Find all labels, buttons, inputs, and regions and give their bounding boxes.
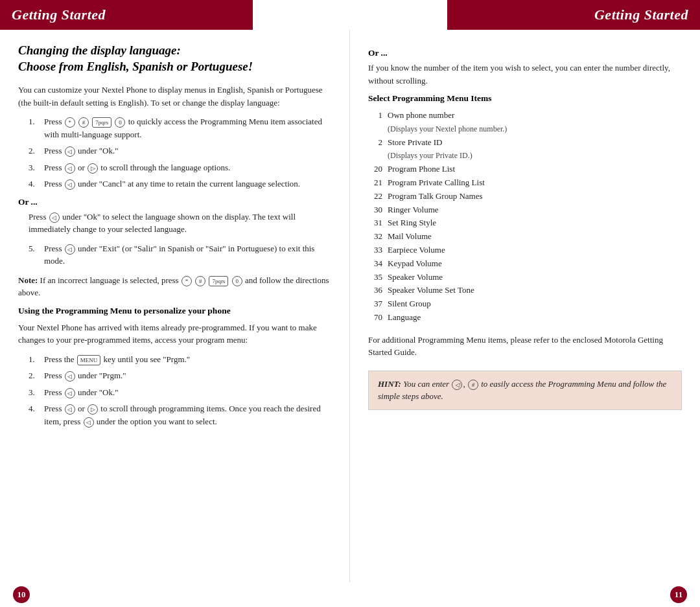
or-heading-right: Or ... — [368, 48, 682, 58]
hint-label: HINT: — [378, 379, 401, 389]
footer: 10 11 — [0, 582, 700, 607]
section-step-1: 1. Press the MENU key until you see "Prg… — [29, 353, 335, 366]
scroll-left2-icon: ◁ — [65, 404, 75, 415]
step5-list: 5. Press ◁ under "Exit" (or "Salir" in S… — [29, 242, 335, 268]
right-column: Or ... If you know the number of the ite… — [350, 30, 700, 582]
main-content: Changing the display language: Choose fr… — [0, 30, 700, 582]
menu-item-36: 36 Speaker Volume Set Tone — [368, 284, 682, 297]
scroll-right-icon: ▷ — [88, 163, 98, 174]
footer-text: For additional Programming Menu items, p… — [368, 334, 682, 359]
menu-item-1: 1 Own phone number(Displays your Nextel … — [368, 109, 682, 136]
menu-item-31: 31 Set Ring Style — [368, 216, 682, 230]
cancl-icon: ◁ — [65, 179, 75, 190]
note-text: Note: If an incorrect language is select… — [18, 274, 335, 299]
section-step-4: 4. Press ◁ or ▷ to scroll through progra… — [29, 402, 335, 428]
section-heading: Using the Programming Menu to personaliz… — [18, 306, 335, 316]
header-center — [253, 0, 447, 30]
menu-item-20: 20 Program Phone List — [368, 163, 682, 176]
hint-box: HINT: You can enter ◁, # to easily acces… — [368, 371, 682, 410]
list-item: 2. Press ◁ under "Ok." — [29, 144, 335, 157]
note-star-icon: * — [181, 276, 192, 286]
list-item-5: 5. Press ◁ under "Exit" (or "Salir" in S… — [29, 242, 335, 268]
list-item: 4. Press ◁ under "Cancl" at any time to … — [29, 178, 335, 190]
hint-circle-icon: ◁ — [452, 380, 462, 390]
header-title-left: Getting Started — [12, 6, 106, 23]
menu-item-22: 22 Program Talk Group Names — [368, 190, 682, 203]
note-7pqrs-icon: 7pqrs — [209, 276, 228, 286]
section-steps-list: 1. Press the MENU key until you see "Prg… — [29, 353, 335, 428]
select-icon: ◁ — [84, 417, 94, 428]
hint-hash-icon: # — [468, 380, 478, 390]
steps-list: 1. Press * # 7pqrs 0 to quickly access t… — [29, 115, 335, 190]
or-text-left: Press ◁ under "Ok" to select the languag… — [29, 211, 335, 236]
ok3-icon: ◁ — [65, 388, 75, 398]
ok2-icon: ◁ — [49, 212, 60, 223]
0-icon: 0 — [115, 117, 125, 128]
header-left: Getting Started — [0, 0, 253, 30]
7pqrs-icon: 7pqrs — [92, 117, 111, 128]
menu-item-35: 35 Speaker Volume — [368, 271, 682, 284]
menu-item-21: 21 Program Private Calling List — [368, 176, 682, 190]
scroll-right2-icon: ▷ — [88, 404, 98, 415]
scroll-left-icon: ◁ — [65, 163, 75, 174]
header-right: Getting Started — [447, 0, 700, 30]
section-step-2: 2. Press ◁ under "Prgm." — [29, 369, 335, 382]
menu-item-32: 32 Mail Volume — [368, 230, 682, 244]
ok-button-icon: ◁ — [65, 146, 75, 157]
intro-text: You can customize your Nextel Phone to d… — [18, 84, 335, 109]
note-hash-icon: # — [195, 276, 205, 286]
prgm-icon: ◁ — [65, 371, 75, 382]
hash-icon: # — [78, 117, 89, 128]
menu-item-2: 2 Store Private ID(Displays your Private… — [368, 136, 682, 163]
menu-item-70: 70 Language — [368, 311, 682, 325]
page-wrapper: Getting Started Getting Started Changing… — [0, 0, 700, 607]
star-icon: * — [65, 117, 75, 128]
hint-text: You can enter ◁, # to easily access the … — [378, 379, 666, 402]
note-0-icon: 0 — [232, 276, 242, 286]
menu-icon: MENU — [77, 355, 101, 365]
page-num-left: 10 — [13, 586, 30, 603]
menu-list: 1 Own phone number(Displays your Nextel … — [368, 109, 682, 325]
header: Getting Started Getting Started — [0, 0, 700, 30]
main-heading: Changing the display language: Choose fr… — [18, 43, 335, 74]
menu-heading: Select Programming Menu Items — [368, 93, 682, 104]
or-heading-left: Or ... — [18, 197, 335, 207]
menu-item-37: 37 Silent Group — [368, 297, 682, 311]
header-title-right: Getting Started — [594, 6, 688, 23]
list-item: 1. Press * # 7pqrs 0 to quickly access t… — [29, 115, 335, 141]
list-item: 3. Press ◁ or ▷ to scroll through the la… — [29, 161, 335, 174]
or-text-right: If you know the number of the item you w… — [368, 62, 682, 87]
menu-item-30: 30 Ringer Volume — [368, 203, 682, 217]
menu-item-34: 34 Keypad Volume — [368, 257, 682, 271]
page-num-right: 11 — [670, 586, 687, 603]
exit-icon: ◁ — [65, 244, 75, 255]
section-intro: Your Nextel Phone has arrived with items… — [18, 321, 335, 347]
section-step-3: 3. Press ◁ under "Ok." — [29, 386, 335, 399]
menu-item-33: 33 Earpiece Volume — [368, 244, 682, 257]
left-column: Changing the display language: Choose fr… — [0, 30, 350, 582]
